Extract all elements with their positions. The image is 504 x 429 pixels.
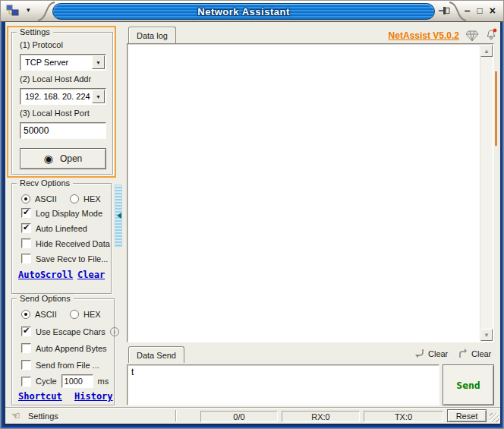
protocol-value: TCP Server xyxy=(20,55,91,70)
tx-counter: TX:0 xyxy=(364,411,443,422)
tab-data-send[interactable]: Data Send xyxy=(128,346,184,363)
recv-radio-ascii-label: ASCII xyxy=(35,194,57,203)
hand-pointer-icon: ☞ xyxy=(11,410,20,421)
title-pill: Network Assistant xyxy=(52,3,435,20)
radio-icon[interactable] xyxy=(21,194,30,203)
checkbox-label: Hide Received Data xyxy=(36,239,110,248)
send-options-title: Send Options xyxy=(17,294,74,303)
packet-counter: 0/0 xyxy=(200,411,278,422)
protocol-select[interactable]: TCP Server ▼ xyxy=(20,54,106,71)
reset-button-label: Reset xyxy=(456,412,478,421)
data-log-area[interactable]: ▲ ▼ xyxy=(127,43,494,342)
version-link[interactable]: NetAssist V5.0.2 xyxy=(389,30,459,41)
log-scrollbar[interactable]: ▲ ▼ xyxy=(480,45,493,341)
recv-radio-ascii[interactable]: ASCII xyxy=(21,194,57,203)
statusbar-settings-label: Settings xyxy=(28,412,58,421)
gem-icon[interactable] xyxy=(465,30,479,42)
titlebar-dropdown-arrow-icon[interactable]: ▾ xyxy=(27,6,30,14)
clear-send-button[interactable]: Clear xyxy=(414,349,448,358)
minimize-button[interactable]: – xyxy=(465,3,471,18)
notification-bell-icon[interactable] xyxy=(485,28,498,43)
local-host-addr-value: 192. 168. 20. 224 xyxy=(20,89,91,104)
checkbox-send-from-file[interactable]: Send from File ... xyxy=(21,360,99,370)
radio-icon[interactable] xyxy=(70,310,79,319)
send-input[interactable]: t xyxy=(127,364,439,405)
open-button-label: Open xyxy=(60,153,82,164)
radio-icon[interactable] xyxy=(21,310,30,319)
checkbox-icon[interactable] xyxy=(21,223,31,233)
clear-send-arrow-icon xyxy=(414,349,424,358)
send-radio-ascii-label: ASCII xyxy=(35,310,57,319)
cycle-unit-label: ms xyxy=(98,377,109,386)
chevron-left-icon xyxy=(114,213,121,219)
statusbar: ☞ Settings 0/0 RX:0 TX:0 Reset xyxy=(5,407,500,424)
checkbox-icon[interactable] xyxy=(21,360,31,370)
checkbox-hide-received-data[interactable]: Hide Received Data xyxy=(21,238,110,248)
recv-options-title: Recv Options xyxy=(17,178,73,188)
checkbox-cycle[interactable]: Cycle 1000 ms xyxy=(21,374,109,388)
send-radio-ascii[interactable]: ASCII xyxy=(21,310,57,319)
local-host-port-label: (3) Local Host Port xyxy=(20,109,90,118)
log-content xyxy=(129,46,478,340)
autoscroll-link[interactable]: AutoScroll xyxy=(18,270,73,280)
settings-group-title: Settings xyxy=(17,27,53,36)
checkbox-label: Auto Append Bytes xyxy=(36,344,107,353)
checkbox-icon[interactable] xyxy=(21,254,31,263)
recv-options-group: Recv Options ASCII HEX Log Display Mode … xyxy=(11,183,112,294)
send-radio-hex[interactable]: HEX xyxy=(70,310,101,319)
radio-icon[interactable] xyxy=(70,194,79,203)
record-circle-icon: ◉ xyxy=(44,153,53,164)
checkbox-icon[interactable] xyxy=(21,326,31,336)
recv-radio-hex[interactable]: HEX xyxy=(70,194,101,203)
info-icon[interactable] xyxy=(110,327,119,336)
resize-grip[interactable] xyxy=(490,413,499,422)
window-title: Network Assistant xyxy=(197,6,289,17)
checkbox-icon[interactable] xyxy=(21,208,31,218)
shortcut-link[interactable]: Shortcut xyxy=(18,391,62,402)
rx-counter: RX:0 xyxy=(282,411,360,422)
addr-dropdown-icon[interactable]: ▼ xyxy=(92,90,105,103)
checkbox-auto-linefeed[interactable]: Auto Linefeed xyxy=(21,223,87,233)
local-host-addr-select[interactable]: 192. 168. 20. 224 ▼ xyxy=(20,88,106,105)
checkbox-icon[interactable] xyxy=(21,238,31,248)
cycle-label: Cycle xyxy=(36,377,57,386)
collapse-splitter[interactable] xyxy=(115,185,122,247)
checkbox-label: Save Recv to File... xyxy=(36,254,108,263)
local-host-port-input[interactable]: 50000 xyxy=(20,122,106,139)
reset-button[interactable]: Reset xyxy=(447,409,487,422)
cycle-interval-input[interactable]: 1000 xyxy=(61,374,93,388)
scroll-down-icon[interactable]: ▼ xyxy=(480,329,493,341)
checkbox-use-escape-chars[interactable]: Use Escape Chars xyxy=(21,326,119,336)
checkbox-save-recv-to-file[interactable]: Save Recv to File... xyxy=(21,254,108,263)
open-button[interactable]: ◉ Open xyxy=(20,148,106,169)
scroll-up-icon[interactable]: ▲ xyxy=(480,45,493,57)
send-radio-hex-label: HEX xyxy=(83,310,101,319)
clear-send-label: Clear xyxy=(428,349,448,358)
send-button[interactable]: Send xyxy=(443,364,494,405)
checkbox-label: Use Escape Chars xyxy=(36,327,106,336)
checkbox-label: Auto Linefeed xyxy=(36,224,87,233)
app-menu-icon[interactable] xyxy=(6,5,20,17)
checkbox-log-display-mode[interactable]: Log Display Mode xyxy=(21,208,102,218)
settings-group: Settings (1) Protocol TCP Server ▼ (2) L… xyxy=(11,32,113,175)
window-controls: – □ × xyxy=(465,3,496,18)
app-window: ▾ Network Assistant – □ × Settings (1) P… xyxy=(0,0,504,429)
edge-indicator-strip xyxy=(495,71,497,146)
checkbox-label: Log Display Mode xyxy=(36,209,102,218)
send-button-label: Send xyxy=(456,380,480,391)
protocol-dropdown-icon[interactable]: ▼ xyxy=(92,55,105,69)
recv-radio-hex-label: HEX xyxy=(83,194,101,203)
checkbox-auto-append-bytes[interactable]: Auto Append Bytes xyxy=(21,343,107,353)
checkbox-icon[interactable] xyxy=(21,377,31,386)
checkbox-icon[interactable] xyxy=(21,343,31,353)
tab-data-log-label: Data log xyxy=(137,31,168,40)
titlebar[interactable]: ▾ Network Assistant – □ × xyxy=(1,1,503,22)
recv-clear-link[interactable]: Clear xyxy=(77,270,105,280)
clear-recv-button[interactable]: Clear xyxy=(458,349,491,358)
history-link[interactable]: History xyxy=(74,391,113,402)
maximize-button[interactable]: □ xyxy=(477,3,483,18)
close-button[interactable]: × xyxy=(490,3,496,18)
tab-data-log[interactable]: Data log xyxy=(128,27,176,43)
protocol-label: (1) Protocol xyxy=(20,40,63,49)
version-row: NetAssist V5.0.2 xyxy=(389,28,498,43)
